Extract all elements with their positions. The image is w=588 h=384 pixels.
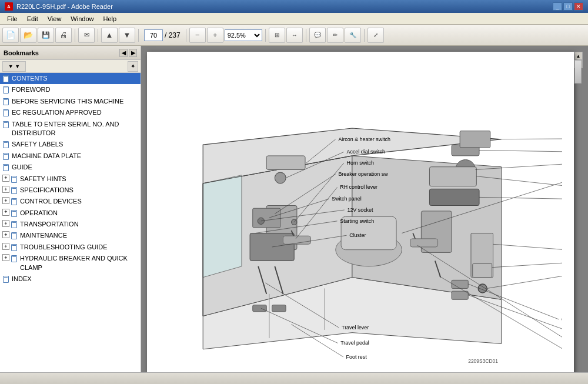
page-input-group: / 237: [144, 29, 181, 41]
sidebar-content[interactable]: CONTENTS FOREWORD BEFORE SERVICING THIS …: [0, 73, 141, 372]
bookmark-label-foreword: FOREWORD: [12, 85, 50, 94]
bookmark-item-guide[interactable]: GUIDE: [0, 162, 141, 173]
bookmark-item-transportation[interactable]: + TRANSPORTATION: [0, 219, 141, 230]
bookmark-item-index[interactable]: INDEX: [0, 273, 141, 285]
bookmark-item-hydraulic-breaker[interactable]: + HYDRAULIC BREAKER AND QUICK CLAMP: [0, 253, 141, 273]
bookmark-item-specifications[interactable]: + SPECIFICATIONS: [0, 185, 141, 196]
bookmark-icon-control-devices: [11, 198, 18, 206]
sidebar-forward-button[interactable]: ▶: [129, 49, 137, 57]
bookmark-item-operation[interactable]: + OPERATION: [0, 208, 141, 219]
svg-rect-16: [253, 305, 266, 312]
bookmark-icon-foreword: [2, 86, 9, 94]
bookmark-item-machine-data[interactable]: MACHINE DATA PLATE: [0, 151, 141, 162]
menu-view[interactable]: View: [43, 14, 66, 24]
zoom-select[interactable]: 92.5% 50% 75% 100% 125% 150%: [225, 29, 262, 41]
menu-window[interactable]: Window: [66, 14, 98, 24]
tools-button[interactable]: 🔧: [345, 28, 361, 43]
toolbar-sep4: [186, 29, 186, 42]
bookmark-item-ec-regulation[interactable]: EC REGULATION APPROVED: [0, 107, 141, 118]
toolbar-sep6: [306, 29, 306, 42]
expand-icon-troubleshooting[interactable]: +: [2, 243, 9, 250]
svg-text:Travel pedal: Travel pedal: [340, 340, 369, 346]
diagram-container: Aircon & heater switch Accel dial switch…: [159, 64, 562, 372]
bookmark-item-control-devices[interactable]: + CONTROL DEVICES: [0, 196, 141, 207]
toolbar-sep5: [265, 29, 266, 42]
window-controls[interactable]: _ □ ✕: [553, 2, 583, 11]
app-icon: A: [5, 2, 13, 11]
bookmark-label-troubleshooting: TROUBLESHOOTING GUIDE: [20, 243, 108, 252]
svg-text:2209S3CD01: 2209S3CD01: [468, 358, 498, 364]
next-page-button[interactable]: ▼: [119, 28, 135, 43]
scroll-up-button[interactable]: ▲: [574, 52, 583, 60]
save-button[interactable]: 💾: [38, 28, 54, 43]
svg-rect-27: [452, 280, 468, 288]
open-button[interactable]: 📂: [20, 28, 36, 43]
svg-text:Horn switch: Horn switch: [347, 160, 375, 166]
email-button[interactable]: ✉: [78, 28, 95, 43]
diagram-svg: Aircon & heater switch Accel dial switch…: [159, 64, 562, 372]
scroll-thumb[interactable]: [574, 60, 582, 84]
bookmark-item-before-servicing[interactable]: BEFORE SERVICING THIS MACHINE: [0, 96, 141, 107]
zoom-in-button[interactable]: +: [207, 28, 223, 43]
bookmark-item-safety-hints[interactable]: + SAFETY HINTS: [0, 173, 141, 185]
bookmark-label-maintenance: MAINTENANCE: [20, 231, 67, 240]
comment-button[interactable]: 💬: [309, 28, 326, 43]
bookmark-icon-guide: [2, 163, 9, 172]
title-bar: A R220LC-9SH.pdf - Adobe Reader _ □ ✕: [0, 0, 588, 13]
page-separator: / 237: [165, 31, 181, 39]
svg-text:Aircon & heater switch: Aircon & heater switch: [338, 136, 390, 142]
toolbar-sep1: [75, 29, 75, 42]
main-layout: Bookmarks ◀ ▶ ▼ ▼ ✦ CONTENTS FOREWOR: [0, 46, 588, 372]
svg-text:Travel lever: Travel lever: [342, 325, 369, 330]
sidebar: Bookmarks ◀ ▶ ▼ ▼ ✦ CONTENTS FOREWOR: [0, 46, 141, 372]
close-button[interactable]: ✕: [574, 2, 583, 11]
svg-text:Starting switch: Starting switch: [340, 218, 374, 224]
sidebar-tb-new[interactable]: ✦: [128, 61, 138, 72]
fit-page-button[interactable]: ⊞: [269, 28, 285, 43]
bookmark-icon-troubleshooting: [11, 243, 18, 252]
bookmark-label-machine-data: MACHINE DATA PLATE: [12, 152, 81, 161]
bookmark-item-contents[interactable]: CONTENTS: [0, 73, 141, 84]
svg-rect-24: [429, 189, 479, 205]
expand-icon-maintenance[interactable]: +: [2, 231, 9, 238]
new-button[interactable]: 📄: [2, 28, 19, 43]
expand-icon-control-devices[interactable]: +: [2, 197, 9, 204]
menu-help[interactable]: Help: [98, 14, 121, 24]
pdf-area[interactable]: Aircon & heater switch Accel dial switch…: [141, 46, 588, 372]
expand-icon-hydraulic-breaker[interactable]: +: [2, 254, 9, 261]
svg-rect-21: [410, 239, 438, 247]
toolbar-sep3: [138, 29, 139, 42]
expand-icon-specifications[interactable]: +: [2, 186, 9, 193]
bookmark-item-foreword[interactable]: FOREWORD: [0, 84, 141, 95]
bookmark-label-ec-regulation: EC REGULATION APPROVED: [12, 108, 102, 117]
expand-icon-safety-hints[interactable]: +: [2, 175, 9, 182]
page-input[interactable]: [144, 29, 163, 41]
menu-file[interactable]: File: [2, 14, 22, 24]
minimize-button[interactable]: _: [553, 2, 562, 11]
zoom-out-button[interactable]: −: [189, 28, 206, 43]
bookmark-icon-maintenance: [11, 232, 18, 240]
sidebar-toolbar: ▼ ▼ ✦: [0, 60, 141, 73]
menu-edit[interactable]: Edit: [22, 14, 43, 24]
bookmark-icon-table-serial: [2, 121, 9, 129]
fullscreen-button[interactable]: ⤢: [368, 28, 384, 43]
bookmark-item-maintenance[interactable]: + MAINTENANCE: [0, 230, 141, 241]
toolbar: 📄 📂 💾 🖨 ✉ ▲ ▼ / 237 − + 92.5% 50% 75% 10…: [0, 25, 588, 46]
print-button[interactable]: 🖨: [55, 28, 72, 43]
bookmark-item-safety-labels[interactable]: SAFETY LABELS: [0, 139, 141, 150]
sidebar-tb-dropdown[interactable]: ▼ ▼: [2, 61, 26, 72]
fit-width-button[interactable]: ↔: [286, 28, 303, 43]
vertical-scrollbar[interactable]: ▲ ▼: [574, 52, 582, 68]
expand-icon-operation[interactable]: +: [2, 209, 9, 216]
svg-marker-4: [203, 175, 242, 278]
markup-button[interactable]: ✏: [327, 28, 343, 43]
prev-page-button[interactable]: ▲: [101, 28, 118, 43]
maximize-button[interactable]: □: [563, 2, 573, 11]
sidebar-title: Bookmarks: [4, 49, 119, 56]
sidebar-back-button[interactable]: ◀: [119, 49, 128, 57]
expand-icon-transportation[interactable]: +: [2, 220, 9, 227]
bookmark-item-troubleshooting[interactable]: + TROUBLESHOOTING GUIDE: [0, 242, 141, 253]
bookmark-label-before-servicing: BEFORE SERVICING THIS MACHINE: [12, 97, 123, 106]
bookmark-item-table-serial[interactable]: TABLE TO ENTER SERIAL NO. AND DISTRIBUTO…: [0, 119, 141, 139]
bookmark-label-guide: GUIDE: [12, 163, 32, 172]
